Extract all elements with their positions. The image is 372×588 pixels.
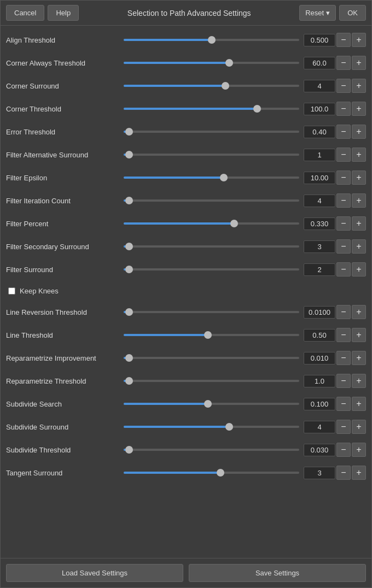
value-input[interactable] — [304, 57, 335, 69]
slider-container[interactable] — [124, 195, 299, 206]
minus-button[interactable]: − — [336, 305, 351, 319]
minus-button[interactable]: − — [336, 420, 351, 434]
plus-button[interactable]: + — [352, 56, 366, 70]
plus-button[interactable]: + — [352, 466, 366, 480]
value-input[interactable] — [304, 34, 335, 46]
slider-container[interactable] — [124, 218, 299, 229]
value-input[interactable] — [304, 467, 335, 479]
plus-button[interactable]: + — [352, 328, 366, 342]
slider-thumb[interactable] — [220, 174, 228, 181]
slider-container[interactable] — [124, 103, 299, 114]
slider-thumb[interactable] — [125, 243, 133, 250]
minus-button[interactable]: − — [336, 397, 351, 411]
slider-thumb[interactable] — [204, 331, 212, 339]
cancel-button[interactable]: Cancel — [6, 5, 44, 21]
slider-container[interactable] — [124, 467, 299, 478]
slider-container[interactable] — [124, 34, 299, 45]
plus-button[interactable]: + — [352, 125, 366, 139]
ok-button[interactable]: OK — [339, 5, 366, 21]
value-input[interactable] — [304, 103, 335, 115]
slider-thumb[interactable] — [125, 377, 133, 385]
keep-knees-checkbox[interactable] — [8, 287, 15, 295]
minus-button[interactable]: − — [336, 466, 351, 480]
plus-button[interactable]: + — [352, 102, 366, 116]
slider-container[interactable] — [124, 330, 299, 340]
plus-button[interactable]: + — [352, 351, 366, 365]
slider-thumb[interactable] — [125, 266, 133, 273]
minus-button[interactable]: − — [336, 443, 351, 457]
slider-thumb[interactable] — [230, 220, 238, 227]
value-input[interactable] — [304, 263, 335, 276]
value-input[interactable] — [304, 149, 335, 161]
value-input[interactable] — [304, 398, 335, 410]
value-input[interactable] — [304, 375, 335, 387]
reset-button[interactable]: Reset ▾ — [299, 5, 336, 21]
slider-thumb[interactable] — [225, 423, 233, 431]
plus-button[interactable]: + — [352, 33, 366, 47]
plus-button[interactable]: + — [352, 443, 366, 457]
value-input[interactable] — [304, 126, 335, 138]
slider-thumb[interactable] — [125, 446, 133, 454]
minus-button[interactable]: − — [336, 193, 351, 208]
save-settings-button[interactable]: Save Settings — [189, 564, 366, 582]
minus-button[interactable]: − — [336, 374, 351, 388]
value-input[interactable] — [304, 195, 335, 207]
value-input[interactable] — [304, 329, 335, 342]
plus-button[interactable]: + — [352, 216, 366, 231]
slider-thumb[interactable] — [125, 197, 133, 204]
plus-button[interactable]: + — [352, 374, 366, 388]
value-input[interactable] — [304, 217, 335, 230]
slider-thumb[interactable] — [204, 400, 212, 408]
slider-container[interactable] — [124, 444, 299, 455]
minus-button[interactable]: − — [336, 79, 351, 93]
slider-container[interactable] — [124, 126, 299, 137]
plus-button[interactable]: + — [352, 193, 366, 208]
plus-button[interactable]: + — [352, 305, 366, 319]
slider-thumb[interactable] — [125, 151, 133, 158]
slider-container[interactable] — [124, 352, 299, 363]
slider-thumb[interactable] — [253, 105, 261, 113]
slider-thumb[interactable] — [125, 308, 133, 316]
slider-container[interactable] — [124, 375, 299, 386]
minus-button[interactable]: − — [336, 216, 351, 231]
minus-button[interactable]: − — [336, 102, 351, 116]
minus-button[interactable]: − — [336, 351, 351, 365]
slider-thumb[interactable] — [225, 59, 233, 67]
plus-button[interactable]: + — [352, 397, 366, 411]
slider-container[interactable] — [124, 241, 299, 252]
slider-container[interactable] — [124, 57, 299, 68]
plus-button[interactable]: + — [352, 79, 366, 93]
plus-button[interactable]: + — [352, 148, 366, 162]
slider-container[interactable] — [124, 172, 299, 183]
value-input[interactable] — [304, 240, 335, 253]
value-input[interactable] — [304, 352, 335, 364]
minus-button[interactable]: − — [336, 239, 351, 254]
plus-button[interactable]: + — [352, 420, 366, 434]
slider-container[interactable] — [124, 264, 299, 275]
minus-button[interactable]: − — [336, 56, 351, 70]
slider-container[interactable] — [124, 80, 299, 91]
minus-button[interactable]: − — [336, 170, 351, 185]
slider-container[interactable] — [124, 149, 299, 160]
minus-button[interactable]: − — [336, 33, 351, 47]
slider-thumb[interactable] — [125, 354, 133, 362]
slider-thumb[interactable] — [222, 82, 229, 90]
load-settings-button[interactable]: Load Saved Settings — [6, 564, 183, 582]
value-input[interactable] — [304, 421, 335, 433]
minus-button[interactable]: − — [336, 148, 351, 162]
value-input[interactable] — [304, 80, 335, 92]
slider-thumb[interactable] — [208, 36, 216, 44]
value-input[interactable] — [304, 306, 335, 319]
slider-container[interactable] — [124, 307, 299, 317]
plus-button[interactable]: + — [352, 239, 366, 254]
plus-button[interactable]: + — [352, 262, 366, 277]
minus-button[interactable]: − — [336, 328, 351, 342]
help-button[interactable]: Help — [48, 5, 79, 21]
minus-button[interactable]: − — [336, 125, 351, 139]
plus-button[interactable]: + — [352, 170, 366, 185]
value-input[interactable] — [304, 172, 335, 184]
value-input[interactable] — [304, 444, 335, 456]
slider-container[interactable] — [124, 398, 299, 409]
slider-container[interactable] — [124, 421, 299, 432]
slider-thumb[interactable] — [125, 128, 133, 136]
